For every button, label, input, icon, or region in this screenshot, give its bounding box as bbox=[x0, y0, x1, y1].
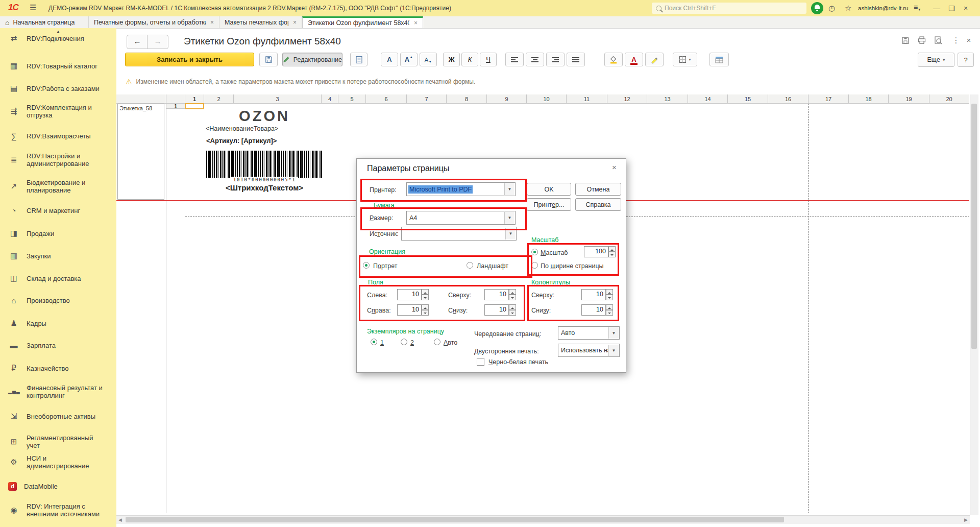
save-and-close-button[interactable]: Записать и закрыть bbox=[125, 53, 254, 66]
column-header-5[interactable]: 5 bbox=[338, 94, 366, 104]
selected-cell[interactable] bbox=[185, 103, 204, 109]
more-dots-icon[interactable]: ⋮ bbox=[950, 36, 962, 47]
minimize-icon[interactable]: — bbox=[933, 4, 940, 12]
scroll-left-icon[interactable]: ◀ bbox=[118, 517, 122, 522]
article-placeholder[interactable]: <Артикул: [Артикул]> bbox=[206, 137, 277, 145]
sidebar-item-19[interactable]: ⚙НСИ и администрирование bbox=[0, 454, 116, 470]
main-menu-icon[interactable]: ☰ bbox=[30, 3, 36, 12]
align-justify-button[interactable] bbox=[567, 53, 585, 66]
service-menu-icon[interactable]: ≡▾ bbox=[914, 3, 920, 11]
column-header-7[interactable]: 7 bbox=[407, 94, 447, 104]
current-user[interactable]: ashishkin@rdv-it.ru bbox=[858, 5, 909, 11]
ok-button[interactable]: OK bbox=[527, 183, 571, 196]
align-right-button[interactable] bbox=[546, 53, 565, 66]
align-center-button[interactable] bbox=[526, 53, 544, 66]
sidebar-item-14[interactable]: ▬Зарплата bbox=[0, 341, 116, 350]
vertical-scroll-thumb[interactable] bbox=[971, 104, 977, 349]
text-color-button[interactable]: А bbox=[625, 53, 643, 66]
close-tab-page-icon[interactable]: × bbox=[963, 36, 975, 47]
sidebar-item-16[interactable]: ▂▅▃Финансовый результат и контроллинг bbox=[0, 384, 116, 399]
page-setup-button[interactable] bbox=[350, 53, 368, 66]
cells-format-button[interactable] bbox=[709, 53, 729, 66]
font-decrease-button[interactable]: А▼ bbox=[420, 53, 437, 66]
history-icon[interactable]: ◷ bbox=[828, 4, 835, 13]
tab-2[interactable]: Макеты печатных форм× bbox=[219, 16, 302, 28]
copies-auto-label[interactable]: Авто bbox=[444, 339, 457, 346]
save-button[interactable] bbox=[259, 53, 278, 66]
sidebar-item-8[interactable]: ◔CRM и маркетинг bbox=[0, 206, 116, 215]
forward-button[interactable]: → bbox=[147, 35, 168, 49]
close-window-icon[interactable]: × bbox=[964, 4, 968, 12]
restore-icon[interactable]: ❑ bbox=[948, 4, 955, 12]
sidebar-item-17[interactable]: ⇲Внеоборотные активы bbox=[0, 412, 116, 421]
sidebar-item-9[interactable]: ◨Продажи bbox=[0, 229, 116, 238]
tab-close-icon[interactable]: × bbox=[210, 19, 214, 26]
sidebar-item-5[interactable]: ∑RDV:Взаиморасчеты bbox=[0, 132, 116, 140]
dropdown-arrow-icon[interactable]: ▼ bbox=[608, 345, 619, 356]
cancel-button[interactable]: Отмена bbox=[575, 183, 621, 196]
sidebar-item-10[interactable]: ▥Закупки bbox=[0, 251, 116, 260]
sidebar-item-13[interactable]: ♟Кадры bbox=[0, 319, 116, 328]
italic-button[interactable]: К bbox=[461, 53, 478, 66]
bold-button[interactable]: Ж bbox=[443, 53, 460, 66]
print-icon[interactable] bbox=[917, 36, 929, 47]
underline-button[interactable]: Ч bbox=[480, 53, 497, 66]
more-button[interactable]: Еще▾ bbox=[918, 53, 954, 67]
sidebar-item-2[interactable]: ▦RDV:Товарный каталог bbox=[0, 61, 116, 70]
sidebar-item-20[interactable]: dDataMobile bbox=[0, 482, 116, 491]
sheet-corner-2[interactable] bbox=[166, 94, 185, 104]
favorites-icon[interactable]: ☆ bbox=[845, 4, 851, 13]
font-increase-button[interactable]: А▲ bbox=[400, 53, 418, 66]
column-header-8[interactable]: 8 bbox=[447, 94, 487, 104]
horizontal-scrollbar[interactable]: ◀ ▶ bbox=[116, 515, 970, 524]
save-icon[interactable] bbox=[901, 36, 913, 47]
tab-close-icon[interactable]: × bbox=[414, 19, 418, 27]
bw-print-checkbox[interactable] bbox=[477, 358, 484, 366]
sidebar-item-3[interactable]: ▤RDV:Работа с заказами bbox=[0, 84, 116, 93]
horizontal-scroll-thumb[interactable] bbox=[126, 517, 784, 522]
fill-color-button[interactable] bbox=[604, 53, 623, 66]
column-header-20[interactable]: 20 bbox=[929, 94, 969, 104]
dialog-close-icon[interactable]: × bbox=[612, 163, 617, 172]
tab-home[interactable]: ⌂Начальная страница bbox=[0, 16, 89, 28]
column-header-2[interactable]: 2 bbox=[204, 94, 234, 104]
sidebar-item-18[interactable]: ⊞Регламентированный учет bbox=[0, 434, 116, 449]
copies-1-radio[interactable] bbox=[371, 339, 377, 345]
column-header-17[interactable]: 17 bbox=[808, 94, 849, 104]
copies-2-radio[interactable] bbox=[401, 339, 407, 345]
tab-1[interactable]: Печатные формы, отчеты и обработки× bbox=[89, 16, 219, 28]
sidebar-item-21[interactable]: ◉RDV: Интеграция с внешними источниками bbox=[0, 502, 116, 518]
copies-auto-radio[interactable] bbox=[434, 339, 440, 345]
printer-settings-button[interactable]: Принтер... bbox=[527, 198, 571, 211]
tab-close-icon[interactable]: × bbox=[293, 19, 297, 26]
tab-3[interactable]: Этикетки Ozon фулфилмент 58x40× bbox=[302, 16, 423, 28]
duplex-select[interactable]: Использовать на ▼ bbox=[558, 344, 620, 357]
sidebar-item-7[interactable]: ↗Бюджетирование и планирование bbox=[0, 179, 116, 194]
column-header-12[interactable]: 12 bbox=[607, 94, 647, 104]
column-header-11[interactable]: 11 bbox=[567, 94, 607, 104]
help-button[interactable]: ? bbox=[958, 53, 974, 67]
sheet-corner[interactable] bbox=[116, 94, 166, 104]
notifications-icon[interactable] bbox=[811, 2, 823, 14]
column-header-16[interactable]: 16 bbox=[768, 94, 808, 104]
preview-icon[interactable] bbox=[934, 36, 946, 47]
column-header-19[interactable]: 19 bbox=[889, 94, 929, 104]
sidebar-item-11[interactable]: ◫Склад и доставка bbox=[0, 274, 116, 283]
help-dialog-button[interactable]: Справка bbox=[575, 198, 621, 211]
edit-mode-toggle[interactable]: Редактирование bbox=[282, 53, 342, 66]
column-header-10[interactable]: 10 bbox=[527, 94, 567, 104]
column-header-4[interactable]: 4 bbox=[322, 94, 338, 104]
column-header-1[interactable]: 1 bbox=[185, 94, 204, 104]
column-header-9[interactable]: 9 bbox=[487, 94, 527, 104]
copies-2-label[interactable]: 2 bbox=[410, 339, 414, 346]
marker-button[interactable] bbox=[645, 53, 664, 66]
align-left-button[interactable] bbox=[505, 53, 524, 66]
column-header-13[interactable]: 13 bbox=[647, 94, 688, 104]
global-search-input[interactable]: Поиск Ctrl+Shift+F bbox=[652, 3, 806, 14]
sidebar-item-4[interactable]: ⇶RDV:Комплектация и отгрузка bbox=[0, 104, 116, 119]
column-header-18[interactable]: 18 bbox=[849, 94, 889, 104]
column-header-3[interactable]: 3 bbox=[234, 94, 322, 104]
sidebar-item-15[interactable]: ₽Казначейство bbox=[0, 364, 116, 373]
sidebar-item-6[interactable]: ≣RDV:Настройки и администрирование bbox=[0, 152, 116, 167]
barcode-text-placeholder[interactable]: <ШтрихкодТекстом> bbox=[206, 183, 323, 192]
